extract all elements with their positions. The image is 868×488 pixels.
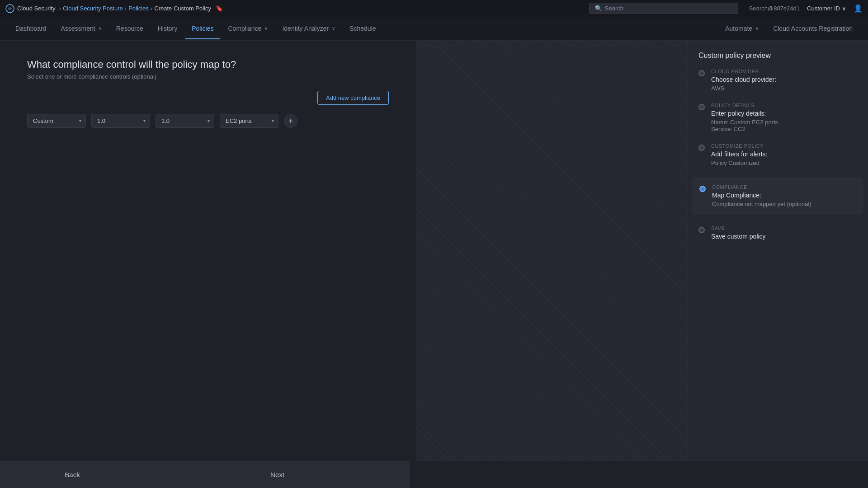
policy-select-wrapper: EC2 ports S3 buckets IAM roles ▾ bbox=[220, 114, 278, 128]
back-button[interactable]: Back bbox=[0, 461, 145, 488]
step-heading-4: Map Compliance: bbox=[712, 192, 811, 199]
step-dot-4 bbox=[699, 186, 706, 192]
breadcrumb-sep0: › bbox=[59, 5, 61, 12]
breadcrumb-policies[interactable]: Policies bbox=[128, 5, 149, 12]
nav-automate[interactable]: Automate ∨ bbox=[719, 19, 765, 39]
logo[interactable]: Cloud Security bbox=[5, 4, 56, 13]
breadcrumb-current: Create Custom Policy bbox=[154, 5, 211, 12]
step-content-3: Customize policy Add filters for alerts:… bbox=[711, 143, 768, 166]
nav-policies[interactable]: Policies bbox=[185, 19, 220, 39]
nav-resource[interactable]: Resource bbox=[110, 19, 150, 39]
chevron-down-icon: ∨ bbox=[842, 5, 846, 12]
topbar: Cloud Security › Cloud Security Posture … bbox=[0, 0, 868, 17]
step-content-1: Cloud provider Choose cloud provider: AW… bbox=[711, 69, 776, 92]
breadcrumb-cloud-security-posture[interactable]: Cloud Security Posture bbox=[63, 5, 123, 12]
preview-step-save: Save Save custom policy bbox=[698, 225, 857, 242]
chevron-down-icon: ∨ bbox=[332, 26, 335, 31]
preview-step-policy-details: Policy details Enter policy details: Nam… bbox=[698, 103, 857, 132]
logo-text: Cloud Security bbox=[17, 5, 56, 12]
search-placeholder: Search bbox=[605, 5, 623, 12]
bookmark-icon[interactable]: 🔖 bbox=[216, 5, 223, 12]
users-icon[interactable]: 👤 bbox=[854, 4, 863, 13]
step-dot-3 bbox=[698, 145, 705, 151]
step-content-4: Compliance Map Compliance: Compliance no… bbox=[712, 184, 811, 207]
preview-step-cloud-provider: Cloud provider Choose cloud provider: AW… bbox=[698, 69, 857, 92]
next-button[interactable]: Next bbox=[145, 461, 410, 488]
page-title: What compliance control will the policy … bbox=[27, 59, 389, 70]
step-heading-5: Save custom policy bbox=[711, 233, 766, 240]
nav-history[interactable]: History bbox=[151, 19, 184, 39]
preview-panel: Custom policy preview Cloud provider Cho… bbox=[687, 41, 868, 461]
bottom-bar: Back Next bbox=[0, 461, 868, 488]
search-icon: 🔍 bbox=[595, 5, 602, 12]
chevron-down-icon: ∨ bbox=[264, 26, 268, 31]
add-compliance-button[interactable]: Add new compliance bbox=[317, 91, 389, 105]
step-dot-1 bbox=[698, 70, 705, 76]
step-section-3: Customize policy bbox=[711, 143, 768, 149]
step-section-4: Compliance bbox=[712, 184, 811, 190]
preview-step-customize: Customize policy Add filters for alerts:… bbox=[698, 143, 857, 166]
breadcrumb-sep1: › bbox=[125, 5, 127, 12]
step-value-2a: Name: Custom EC2 ports bbox=[711, 119, 778, 126]
navbar: Dashboard Assessment ∨ Resource History … bbox=[0, 17, 868, 41]
version2-select-wrapper: 1.0 2.0 3.0 ▾ bbox=[156, 114, 214, 128]
add-row-button[interactable]: + bbox=[284, 114, 297, 128]
page-subheading: Select one or more compliance controls (… bbox=[27, 73, 389, 80]
step-value-3: Policy Customized bbox=[711, 160, 768, 166]
nav-dashboard[interactable]: Dashboard bbox=[9, 19, 53, 39]
step-dot-5 bbox=[698, 227, 705, 233]
step-value-4: Compliance not mapped yet (optional) bbox=[712, 201, 811, 207]
chevron-down-icon: ∨ bbox=[755, 26, 759, 31]
chevron-down-icon: ∨ bbox=[99, 26, 102, 31]
step-heading-3: Add filters for alerts: bbox=[711, 150, 768, 158]
add-compliance-row: Add new compliance bbox=[27, 91, 389, 105]
version2-select[interactable]: 1.0 2.0 3.0 bbox=[156, 114, 214, 128]
nav-compliance[interactable]: Compliance ∨ bbox=[222, 19, 274, 39]
dropdowns-row: Custom Standard ▾ 1.0 2.0 3.0 ▾ 1.0 2.0 … bbox=[27, 114, 389, 128]
bottom-fill bbox=[410, 461, 868, 488]
nav-cloud-accounts[interactable]: Cloud Accounts Registration bbox=[767, 19, 859, 39]
customer-id-dropdown[interactable]: Customer ID ∨ bbox=[807, 5, 846, 12]
step-heading-1: Choose cloud provider: bbox=[711, 76, 776, 83]
step-value-1: AWS bbox=[711, 85, 776, 92]
type-select[interactable]: Custom Standard bbox=[27, 114, 86, 128]
step-content-5: Save Save custom policy bbox=[711, 225, 766, 242]
nav-right: Automate ∨ Cloud Accounts Registration bbox=[719, 19, 859, 39]
left-content: What compliance control will the policy … bbox=[0, 41, 416, 461]
step-content-2: Policy details Enter policy details: Nam… bbox=[711, 103, 778, 132]
step-heading-2: Enter policy details: bbox=[711, 110, 778, 117]
main-area: What compliance control will the policy … bbox=[0, 41, 868, 461]
breadcrumb: › Cloud Security Posture › Policies › Cr… bbox=[59, 5, 223, 12]
preview-step-compliance: Compliance Map Compliance: Compliance no… bbox=[692, 177, 863, 215]
preview-title: Custom policy preview bbox=[698, 52, 857, 60]
type-select-wrapper: Custom Standard ▾ bbox=[27, 114, 86, 128]
version1-select[interactable]: 1.0 2.0 3.0 bbox=[91, 114, 150, 128]
step-section-5: Save bbox=[711, 225, 766, 231]
topbar-right: Search@807e24d1 Customer ID ∨ 👤 bbox=[749, 4, 863, 13]
nav-schedule[interactable]: Schedule bbox=[343, 19, 382, 39]
breadcrumb-sep2: › bbox=[151, 5, 152, 12]
user-search-id: Search@807e24d1 bbox=[749, 5, 800, 12]
nav-assessment[interactable]: Assessment ∨ bbox=[55, 19, 108, 39]
policy-select[interactable]: EC2 ports S3 buckets IAM roles bbox=[220, 114, 278, 128]
search-bar[interactable]: 🔍 Search bbox=[589, 3, 738, 14]
step-dot-2 bbox=[698, 104, 705, 110]
customer-id-label: Customer ID bbox=[807, 5, 840, 12]
step-value-2b: Service: EC2 bbox=[711, 126, 778, 132]
version1-select-wrapper: 1.0 2.0 3.0 ▾ bbox=[91, 114, 150, 128]
step-section-1: Cloud provider bbox=[711, 69, 776, 74]
step-section-2: Policy details bbox=[711, 103, 778, 108]
nav-identity-analyzer[interactable]: Identity Analyzer ∨ bbox=[276, 19, 341, 39]
